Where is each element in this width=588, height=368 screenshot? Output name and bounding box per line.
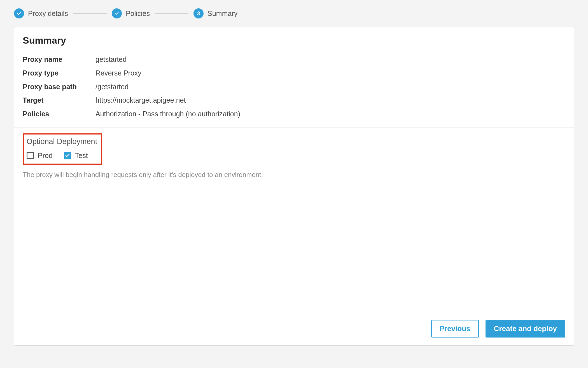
value-proxy-type: Reverse Proxy [95,66,141,80]
deployment-options: Prod Test [27,152,97,160]
value-proxy-base-path: /getstarted [95,80,129,94]
checkbox-prod[interactable]: Prod [27,152,53,160]
spacer [14,181,574,313]
summary-card: Summary Proxy name getstarted Proxy type… [14,27,574,346]
summary-title: Summary [23,35,565,46]
previous-button[interactable]: Previous [431,320,479,338]
label-proxy-name: Proxy name [23,53,95,66]
row-target: Target https://mocktarget.apigee.net [23,93,565,107]
value-target: https://mocktarget.apigee.net [95,93,186,107]
deployment-title: Optional Deployment [27,137,97,146]
summary-body: Summary Proxy name getstarted Proxy type… [14,27,574,128]
step-label: Policies [126,10,150,18]
step-summary[interactable]: 3 Summary [193,8,237,18]
label-proxy-base-path: Proxy base path [23,80,95,94]
row-proxy-type: Proxy type Reverse Proxy [23,66,565,80]
deployment-hint: The proxy will begin handling requests o… [14,168,574,181]
value-policies: Authorization - Pass through (no authori… [95,107,240,121]
checkbox-test-label: Test [75,152,88,160]
step-proxy-details[interactable]: Proxy details [14,8,68,18]
step-divider [155,13,188,14]
row-proxy-name: Proxy name getstarted [23,53,565,66]
checkbox-prod-label: Prod [38,152,53,160]
step-label: Proxy details [28,10,68,18]
create-deploy-button[interactable]: Create and deploy [486,320,565,338]
label-policies: Policies [23,107,95,121]
wizard-stepper: Proxy details Policies 3 Summary [14,8,574,27]
step-divider [73,13,107,14]
highlight-box: Optional Deployment Prod Test [23,133,102,165]
deployment-section: Optional Deployment Prod Test [14,128,574,168]
footer-actions: Previous Create and deploy [14,313,574,345]
step-number-icon: 3 [193,8,204,18]
step-policies[interactable]: Policies [112,8,150,18]
checkbox-test[interactable]: Test [64,152,88,160]
row-proxy-base-path: Proxy base path /getstarted [23,80,565,94]
check-icon [112,8,122,18]
label-proxy-type: Proxy type [23,66,95,80]
value-proxy-name: getstarted [95,53,127,66]
row-policies: Policies Authorization - Pass through (n… [23,107,565,121]
checkbox-checked-icon [64,152,71,159]
step-label: Summary [207,10,237,18]
check-icon [14,8,24,18]
label-target: Target [23,93,95,107]
checkbox-unchecked-icon [27,152,34,159]
